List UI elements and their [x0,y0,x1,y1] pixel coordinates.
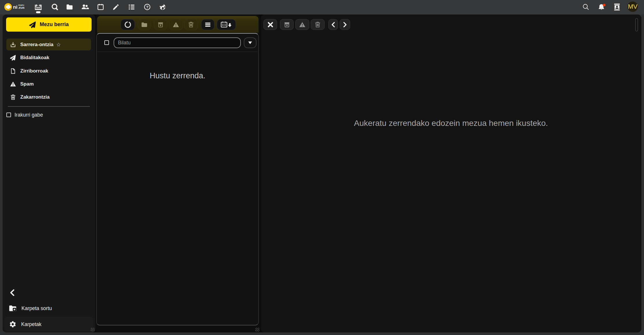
svg-text:PUNTU: PUNTU [19,4,24,6]
svg-text:ni: ni [13,4,17,10]
svg-text:.EUS: .EUS [18,6,25,9]
svg-text:?: ? [146,5,148,9]
